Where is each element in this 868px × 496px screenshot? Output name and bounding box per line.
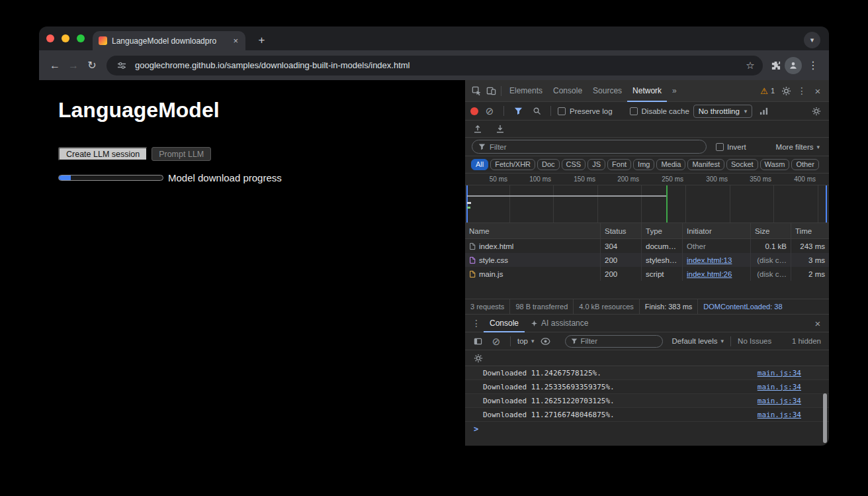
initiator-link[interactable]: index.html:26 — [687, 270, 732, 278]
column-header-initiator[interactable]: Initiator — [683, 223, 751, 238]
address-bar[interactable]: googlechrome.github.io/samples/downloadi… — [107, 56, 763, 75]
record-button[interactable] — [470, 107, 478, 115]
divider — [730, 336, 731, 346]
message-source-link[interactable]: main.js:34 — [758, 383, 801, 391]
filter-chip-manifest[interactable]: Manifest — [687, 159, 724, 170]
devtools-menu-button[interactable]: ⋮ — [795, 83, 809, 98]
console-toolbar: ⊘ top ▾ Default levels ▾ No I — [465, 332, 829, 350]
console-filter-input[interactable] — [581, 337, 657, 345]
filter-chip-img[interactable]: Img — [633, 159, 654, 170]
drawer-menu-button[interactable]: ⋮ — [469, 316, 484, 330]
devtools-close-button[interactable]: × — [810, 83, 825, 98]
no-issues-label[interactable]: No Issues — [738, 337, 771, 345]
drawer-tab-console[interactable]: Console — [484, 314, 525, 332]
export-har-icon[interactable] — [493, 122, 507, 136]
device-toolbar-icon[interactable] — [484, 83, 498, 98]
clear-network-button[interactable]: ⊘ — [482, 104, 497, 119]
import-har-icon[interactable] — [470, 122, 485, 136]
chevron-down-icon: ▾ — [721, 338, 724, 344]
tab-elements[interactable]: Elements — [504, 80, 548, 102]
tab-close-button[interactable]: × — [232, 36, 239, 46]
filter-chip-css[interactable]: CSS — [562, 159, 586, 170]
filter-toggle-icon[interactable] — [511, 104, 525, 119]
network-overview-timeline[interactable]: 50 ms 100 ms 150 ms 200 ms 250 ms 300 ms… — [465, 174, 829, 223]
minimize-window-button[interactable] — [62, 34, 69, 42]
extensions-icon[interactable] — [768, 58, 783, 73]
column-header-size[interactable]: Size — [751, 223, 791, 238]
prompt-llm-button[interactable]: Prompt LLM — [152, 147, 211, 161]
initiator-link[interactable]: index.html:13 — [687, 256, 732, 264]
inspect-element-icon[interactable] — [469, 83, 484, 98]
console-input[interactable]: > — [465, 422, 829, 438]
preserve-log-label[interactable]: Preserve log — [570, 107, 613, 115]
log-levels-select[interactable]: Default levels ▾ — [672, 337, 724, 345]
context-selector[interactable]: top ▾ — [517, 337, 535, 345]
zoom-window-button[interactable] — [77, 34, 85, 42]
column-header-status[interactable]: Status — [601, 223, 642, 238]
filter-chip-wasm[interactable]: Wasm — [760, 159, 790, 170]
message-source-link[interactable]: main.js:34 — [758, 397, 801, 405]
preserve-log-checkbox[interactable] — [558, 107, 566, 115]
drawer-close-button[interactable]: × — [810, 316, 825, 330]
clear-console-button[interactable]: ⊘ — [489, 334, 503, 348]
console-sidebar-icon[interactable] — [470, 334, 485, 348]
issue-count[interactable]: 1 — [771, 87, 775, 95]
more-tabs-button[interactable]: » — [667, 80, 682, 102]
network-summary-bar: 3 requests 98 B transferred 4.0 kB resou… — [465, 299, 829, 314]
reload-button[interactable]: ↻ — [83, 56, 101, 75]
network-conditions-icon[interactable] — [756, 104, 771, 119]
scrollbar-thumb[interactable] — [823, 393, 827, 443]
filter-chip-font[interactable]: Font — [607, 159, 631, 170]
network-filter-input[interactable] — [490, 143, 700, 151]
table-row[interactable]: index.html 304 docum… Other 0.1 kB 243 m… — [465, 239, 829, 253]
bookmark-star-button[interactable]: ☆ — [743, 58, 758, 73]
create-llm-session-button[interactable]: Create LLM session — [58, 147, 148, 161]
drawer-tab-ai-assistance[interactable]: AI assistance — [525, 314, 594, 332]
filter-chip-js[interactable]: JS — [587, 159, 605, 170]
invert-checkbox[interactable] — [716, 143, 724, 151]
timeline-gridline — [773, 185, 774, 223]
close-window-button[interactable] — [46, 34, 54, 42]
filter-chip-socket[interactable]: Socket — [726, 159, 758, 170]
table-row[interactable]: main.js 200 script index.html:26 (disk c… — [465, 267, 829, 281]
warning-icon[interactable]: ⚠ — [760, 86, 768, 96]
tab-sources[interactable]: Sources — [587, 80, 627, 102]
profile-avatar[interactable] — [785, 57, 802, 74]
timeline-separator — [465, 185, 829, 185]
filter-chip-other[interactable]: Other — [791, 159, 819, 170]
request-time: 243 ms — [791, 239, 829, 253]
message-source-link[interactable]: main.js:34 — [758, 369, 801, 377]
tab-network[interactable]: Network — [627, 80, 667, 102]
filter-chip-media[interactable]: Media — [656, 159, 685, 170]
invert-label[interactable]: Invert — [727, 143, 746, 151]
more-filters-button[interactable]: More filters ▾ — [776, 143, 822, 151]
disable-cache-checkbox[interactable] — [630, 107, 638, 115]
back-button[interactable]: ← — [46, 56, 64, 75]
column-header-time[interactable]: Time — [791, 223, 829, 238]
disable-cache-label[interactable]: Disable cache — [642, 107, 689, 115]
hidden-messages-count[interactable]: 1 hidden — [792, 337, 824, 345]
dom-content-loaded-time: DOMContentLoaded: 38 — [698, 299, 787, 314]
request-size: 0.1 kB — [751, 239, 791, 253]
eye-icon[interactable] — [539, 334, 553, 348]
message-source-link[interactable]: main.js:34 — [758, 411, 801, 419]
filter-chip-all[interactable]: All — [471, 159, 488, 170]
tab-console[interactable]: Console — [548, 80, 587, 102]
devtools-settings-gear-icon[interactable] — [779, 83, 793, 98]
forward-button[interactable]: → — [64, 56, 83, 75]
console-settings-gear-icon[interactable] — [471, 351, 486, 366]
network-filter-row: Invert More filters ▾ — [465, 138, 829, 156]
throttling-select[interactable]: No throttling ▾ — [693, 105, 753, 118]
new-tab-button[interactable]: + — [253, 32, 270, 48]
network-settings-gear-icon[interactable] — [809, 104, 824, 119]
table-row[interactable]: style.css 200 stylesh… index.html:13 (di… — [465, 253, 829, 267]
browser-tab[interactable]: LanguageModel downloadpro × — [93, 31, 245, 50]
search-icon[interactable] — [529, 104, 544, 119]
filter-chip-fetch-xhr[interactable]: Fetch/XHR — [490, 159, 535, 170]
site-info-icon[interactable] — [114, 58, 129, 73]
browser-menu-button[interactable]: ⋮ — [804, 56, 822, 75]
filter-chip-doc[interactable]: Doc — [537, 159, 560, 170]
column-header-name[interactable]: Name — [465, 223, 601, 238]
tab-search-button[interactable]: ▾ — [804, 32, 820, 48]
column-header-type[interactable]: Type — [642, 223, 683, 238]
